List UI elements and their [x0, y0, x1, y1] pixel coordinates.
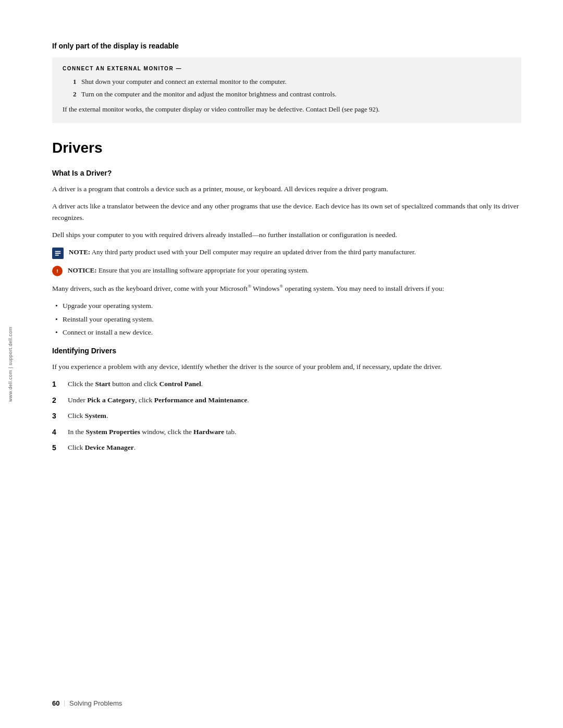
bullet-item-3: Connect or install a new device. [52, 327, 521, 338]
bullet-item-2: Reinstall your operating system. [52, 314, 521, 325]
display-section-heading: If only part of the display is readable [52, 42, 521, 50]
step-number-5: 5 [52, 442, 62, 453]
step-number-3: 3 [52, 410, 62, 422]
identifying-steps-list: 1 Click the Start button and click Contr… [52, 378, 521, 453]
connect-monitor-label: Connect an external monitor [63, 66, 511, 71]
step-2: 2 Under Pick a Category, click Performan… [52, 394, 521, 406]
drivers-main-heading: Drivers [52, 140, 521, 156]
step-number-1: 1 [52, 378, 62, 390]
step-number-4: 4 [52, 426, 62, 438]
display-section: If only part of the display is readable … [52, 42, 521, 123]
step-1: 1 Click the Start button and click Contr… [52, 378, 521, 390]
connect-monitor-note: If the external monitor works, the compu… [63, 104, 511, 115]
step-number-2: 2 [52, 394, 62, 406]
note-label: NOTE: [69, 248, 90, 256]
notice-callout: NOTICE: Ensure that you are installing s… [52, 265, 521, 276]
notice-icon [52, 266, 63, 276]
notice-callout-text: NOTICE: Ensure that you are installing s… [68, 265, 309, 276]
step-text-1: Click the Start button and click Control… [68, 378, 521, 390]
footer-divider: | [64, 699, 65, 707]
step-4: 4 In the System Properties window, click… [52, 426, 521, 438]
sidebar-url-text: www.dell.com | support.dell.com [8, 327, 13, 402]
sidebar: www.dell.com | support.dell.com [0, 0, 21, 728]
connect-monitor-step-1: Shut down your computer and connect an e… [73, 77, 511, 87]
page-footer: 60 | Solving Problems [52, 699, 521, 707]
footer-section-text: Solving Problems [69, 699, 122, 707]
content-area: If only part of the display is readable … [21, 0, 563, 728]
identifying-drivers-intro: If you experience a problem with any dev… [52, 361, 521, 373]
connect-monitor-box: Connect an external monitor Shut down yo… [52, 57, 521, 123]
identifying-drivers-heading: Identifying Drivers [52, 347, 521, 355]
svg-rect-2 [57, 272, 58, 273]
step-text-3: Click System. [68, 410, 521, 422]
step-text-4: In the System Properties window, click t… [68, 426, 521, 438]
driver-para-1: A driver is a program that controls a de… [52, 183, 521, 195]
page-number: 60 [52, 699, 59, 707]
step-text-5: Click Device Manager. [68, 442, 521, 453]
step-text-2: Under Pick a Category, click Performance… [68, 394, 521, 406]
note-icon [52, 248, 64, 259]
driver-bullet-list: Upgrade your operating system. Reinstall… [52, 300, 521, 338]
step-3: 3 Click System. [52, 410, 521, 422]
step-5: 5 Click Device Manager. [52, 442, 521, 453]
bullet-item-1: Upgrade your operating system. [52, 300, 521, 312]
note-callout: NOTE: Any third party product used with … [52, 247, 521, 259]
svg-rect-1 [57, 269, 58, 272]
identifying-drivers-subsection: Identifying Drivers If you experience a … [52, 347, 521, 454]
connect-monitor-step-2: Turn on the computer and the monitor and… [73, 89, 511, 100]
note-callout-text: NOTE: Any third party product used with … [69, 247, 416, 257]
drivers-section: Drivers What Is a Driver? A driver is a … [52, 140, 521, 454]
notice-label: NOTICE: [68, 266, 97, 274]
what-is-driver-heading: What Is a Driver? [52, 169, 521, 177]
notice-text: Ensure that you are installing software … [99, 266, 309, 274]
driver-install-intro: Many drivers, such as the keyboard drive… [52, 282, 521, 294]
what-is-driver-subsection: What Is a Driver? A driver is a program … [52, 169, 521, 338]
driver-para-3: Dell ships your computer to you with req… [52, 229, 521, 241]
driver-para-2: A driver acts like a translator between … [52, 201, 521, 223]
note-text: Any third party product used with your D… [92, 248, 416, 256]
page-container: www.dell.com | support.dell.com If only … [0, 0, 563, 728]
